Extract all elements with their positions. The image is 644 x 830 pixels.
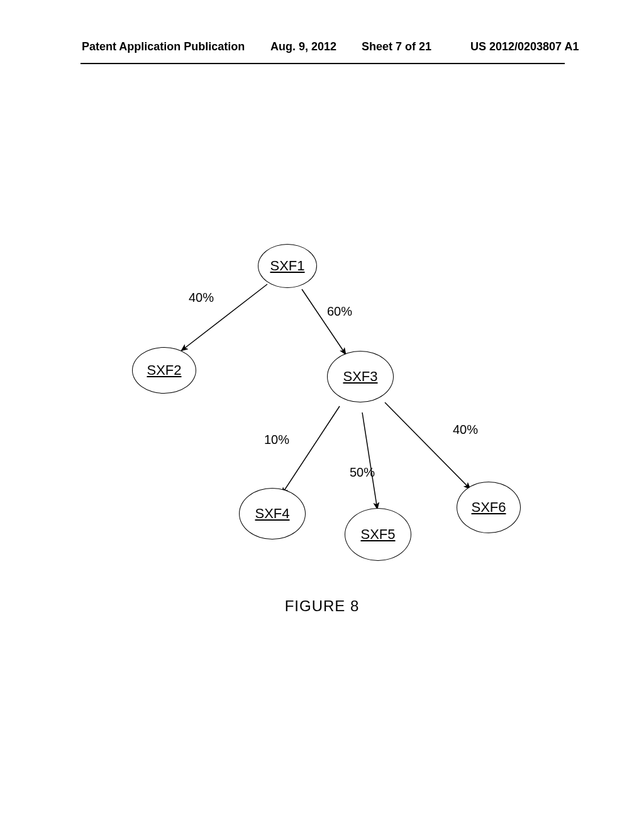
- svg-line-2: [282, 406, 340, 494]
- figure-caption: FIGURE 8: [0, 597, 644, 615]
- node-sxf5: SXF5: [345, 508, 411, 561]
- edge-label-sxf1-sxf2: 40%: [189, 290, 214, 305]
- node-sxf1: SXF1: [258, 244, 317, 288]
- edge-label-sxf3-sxf5: 50%: [350, 465, 375, 480]
- svg-line-3: [362, 412, 377, 509]
- node-label: SXF2: [147, 362, 181, 379]
- svg-line-1: [302, 289, 346, 355]
- node-sxf3: SXF3: [327, 351, 394, 402]
- node-label: SXF6: [471, 499, 506, 516]
- node-sxf6: SXF6: [457, 482, 521, 533]
- node-sxf4: SXF4: [239, 488, 306, 540]
- edge-label-sxf1-sxf3: 60%: [327, 304, 352, 319]
- node-label: SXF5: [360, 526, 395, 543]
- node-label: SXF1: [270, 258, 304, 274]
- edge-label-sxf3-sxf6: 40%: [453, 423, 478, 437]
- node-label: SXF3: [343, 368, 377, 385]
- node-sxf2: SXF2: [132, 347, 196, 394]
- tree-diagram: SXF1 SXF2 SXF3 SXF4 SXF5 SXF6 40% 60% 10…: [0, 0, 644, 830]
- edge-label-sxf3-sxf4: 10%: [264, 433, 289, 447]
- node-label: SXF4: [255, 506, 289, 522]
- page: Patent Application Publication Aug. 9, 2…: [0, 0, 644, 830]
- svg-line-4: [385, 402, 470, 489]
- connector-lines: [0, 0, 644, 830]
